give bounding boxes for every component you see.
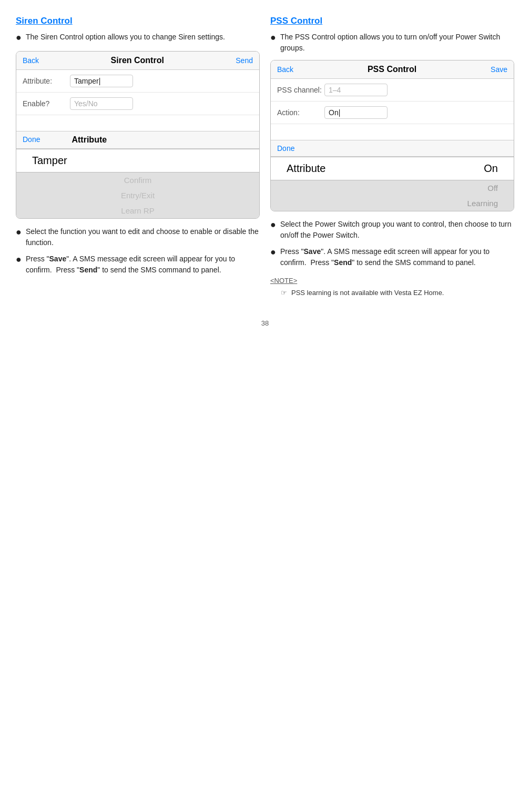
pss-dialog-body: PSS channel: 1–4 Action: On| bbox=[271, 79, 514, 140]
pss-action-row: Action: On| bbox=[271, 102, 514, 124]
pss-control-title: PSS Control bbox=[270, 16, 514, 26]
pss-done-button[interactable]: Done bbox=[277, 144, 294, 153]
pss-bullet-dot-2: ● bbox=[270, 218, 276, 232]
pss-bullet-3-text: Press "Save". A SMS message edit screen … bbox=[280, 246, 514, 268]
siren-control-title: Siren Control bbox=[16, 16, 260, 26]
pss-spacer bbox=[271, 124, 514, 140]
pss-note-title: <NOTE> bbox=[270, 277, 514, 285]
pss-dialog-title: PSS Control bbox=[368, 65, 416, 74]
siren-footer: Done Attribute bbox=[16, 131, 259, 149]
siren-enable-row: Enable? Yes/No bbox=[16, 93, 259, 115]
page-number: 38 bbox=[16, 319, 514, 327]
pss-bullet-1: ● The PSS Control option allows you to t… bbox=[270, 32, 514, 54]
siren-picker-entryexit-row[interactable]: Entry/Exit bbox=[16, 188, 259, 203]
siren-bullet-3-text: Press "Save". A SMS message edit screen … bbox=[26, 253, 260, 276]
siren-picker-learnrp: Learn RP bbox=[121, 206, 154, 215]
siren-footer-label: Attribute bbox=[72, 135, 107, 145]
note-arrow-icon: ☞ bbox=[281, 288, 287, 298]
pss-control-column: PSS Control ● The PSS Control option all… bbox=[270, 16, 514, 298]
siren-bullet-1: ● The Siren Control option allows you to… bbox=[16, 32, 260, 45]
pss-note-text: PSS learning is not available with Vesta… bbox=[291, 288, 444, 298]
pss-back-button[interactable]: Back bbox=[277, 65, 293, 74]
pss-bullet-3: ● Press "Save". A SMS message edit scree… bbox=[270, 246, 514, 268]
siren-attribute-input[interactable]: Tamper| bbox=[70, 75, 133, 87]
pss-action-label: Action: bbox=[277, 108, 324, 117]
pss-note-item-1: ☞ PSS learning is not available with Ves… bbox=[281, 288, 514, 298]
pss-bullet-2-text: Select the Power Switch group you want t… bbox=[280, 219, 514, 241]
siren-bullet-2: ● Select the function you want to edit a… bbox=[16, 226, 260, 248]
siren-picker-confirm-row[interactable]: Confirm bbox=[16, 172, 259, 188]
siren-back-button[interactable]: Back bbox=[23, 56, 39, 65]
pss-picker-off-row[interactable]: Off bbox=[271, 180, 514, 196]
siren-send-button[interactable]: Send bbox=[236, 56, 253, 65]
siren-enable-input[interactable]: Yes/No bbox=[70, 97, 133, 110]
bullet-dot: ● bbox=[16, 31, 22, 45]
siren-bullet-3: ● Press "Save". A SMS message edit scree… bbox=[16, 253, 260, 276]
siren-picker-confirm: Confirm bbox=[124, 176, 152, 185]
pss-channel-input[interactable]: 1–4 bbox=[324, 84, 388, 96]
pss-picker-selected: Attribute On bbox=[271, 157, 514, 180]
pss-channel-row: PSS channel: 1–4 bbox=[271, 79, 514, 102]
pss-bullet-1-text: The PSS Control option allows you to tur… bbox=[280, 32, 514, 54]
pss-dialog-header: Back PSS Control Save bbox=[271, 60, 514, 79]
siren-picker-selected: Tamper bbox=[16, 149, 259, 172]
siren-picker-learnrp-row[interactable]: Learn RP bbox=[16, 203, 259, 218]
pss-dialog: Back PSS Control Save PSS channel: 1–4 A… bbox=[270, 60, 514, 211]
siren-spacer bbox=[16, 115, 259, 131]
siren-picker-selected-value[interactable]: Tamper bbox=[32, 155, 67, 167]
siren-bullet-2-text: Select the function you want to edit and… bbox=[26, 226, 260, 248]
pss-bullet-dot-3: ● bbox=[270, 245, 276, 259]
pss-picker-off: Off bbox=[487, 184, 498, 192]
siren-attribute-row: Attribute: Tamper| bbox=[16, 70, 259, 93]
siren-dialog: Back Siren Control Send Attribute: Tampe… bbox=[16, 51, 260, 219]
siren-dialog-title: Siren Control bbox=[111, 56, 164, 65]
pss-note-section: <NOTE> ☞ PSS learning is not available w… bbox=[270, 277, 514, 298]
pss-bullet-dot-1: ● bbox=[270, 31, 276, 45]
pss-picker-attribute[interactable]: Attribute bbox=[287, 163, 325, 175]
bullet-dot-3: ● bbox=[16, 252, 22, 267]
pss-picker-learning-row[interactable]: Learning bbox=[271, 196, 514, 211]
siren-attribute-label: Attribute: bbox=[23, 77, 70, 85]
pss-save-button[interactable]: Save bbox=[491, 65, 507, 74]
pss-footer: Done bbox=[271, 140, 514, 157]
pss-picker-learning: Learning bbox=[467, 199, 498, 208]
pss-bullet-2: ● Select the Power Switch group you want… bbox=[270, 219, 514, 241]
siren-done-button[interactable]: Done bbox=[23, 135, 40, 145]
pss-picker-area: Attribute On Off Learning bbox=[271, 157, 514, 211]
siren-enable-label: Enable? bbox=[23, 99, 70, 108]
bullet-dot-2: ● bbox=[16, 225, 22, 239]
pss-channel-label: PSS channel: bbox=[277, 86, 324, 94]
siren-dialog-body: Attribute: Tamper| Enable? Yes/No bbox=[16, 70, 259, 131]
siren-picker-entryexit: Entry/Exit bbox=[121, 191, 155, 200]
pss-action-input[interactable]: On| bbox=[324, 106, 388, 119]
siren-bullet-1-text: The Siren Control option allows you to c… bbox=[26, 32, 225, 43]
siren-control-column: Siren Control ● The Siren Control option… bbox=[16, 16, 260, 298]
siren-picker-area: Tamper Confirm Entry/Exit Learn RP bbox=[16, 149, 259, 218]
pss-picker-on[interactable]: On bbox=[484, 163, 498, 175]
siren-dialog-header: Back Siren Control Send bbox=[16, 52, 259, 70]
